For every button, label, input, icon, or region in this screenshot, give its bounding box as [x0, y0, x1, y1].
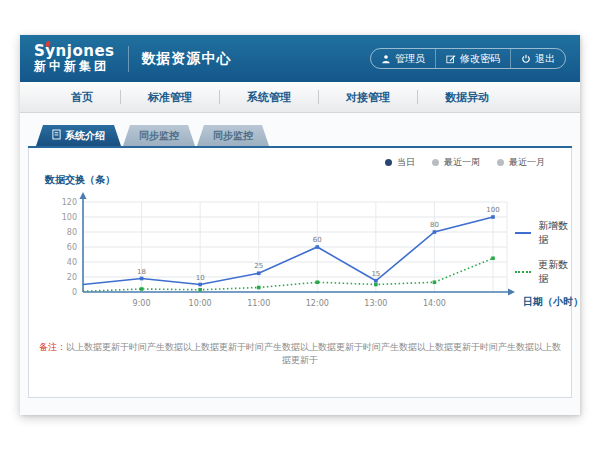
legend-line-swatch	[515, 232, 531, 234]
power-icon	[521, 54, 531, 64]
header-divider	[128, 46, 129, 72]
admin-user-label: 管理员	[395, 52, 425, 66]
edit-icon	[446, 54, 456, 64]
svg-text:25: 25	[254, 262, 263, 270]
y-axis-title: 数据交换（条）	[45, 173, 515, 187]
legend-new-data[interactable]: 新增数据	[515, 219, 571, 247]
main-nav: 首页 标准管理 系统管理 对接管理 数据异动	[20, 82, 580, 113]
svg-text:11:00: 11:00	[247, 299, 270, 308]
svg-text:15: 15	[371, 270, 380, 278]
admin-user-button[interactable]: 管理员	[371, 49, 436, 68]
radio-today-label: 当日	[397, 156, 415, 169]
user-icon	[381, 54, 391, 64]
radio-today[interactable]: 当日	[385, 156, 415, 169]
svg-text:20: 20	[67, 273, 77, 282]
radio-dot-icon	[432, 159, 439, 166]
tab-sync-monitor-1-label: 同步监控	[139, 129, 179, 143]
document-icon	[52, 129, 61, 142]
legend-line-swatch	[515, 271, 531, 273]
logo-company-text: 新中新集团	[34, 60, 115, 73]
company-logo: Synjones 新中新集团	[34, 44, 115, 72]
chart-area: 数据交换（条） 0204060801001209:0010:0011:0012:…	[29, 171, 571, 327]
plot-container: 数据交换（条） 0204060801001209:0010:0011:0012:…	[41, 171, 515, 327]
radio-dot-icon	[497, 159, 504, 166]
line-chart-svg: 0204060801001209:0010:0011:0012:0013:001…	[41, 189, 515, 323]
radio-last-week-label: 最近一周	[444, 156, 480, 169]
footnote: 备注：以上数据更新于时间产生数据以上数据更新于时间产生数据以上数据更新于时间产生…	[29, 341, 571, 366]
svg-text:12:00: 12:00	[306, 299, 329, 308]
page-title: 数据资源中心	[142, 50, 232, 68]
nav-item-interface-mgmt[interactable]: 对接管理	[319, 90, 417, 105]
nav-item-home[interactable]: 首页	[44, 90, 120, 105]
logout-label: 退出	[535, 52, 555, 66]
svg-text:120: 120	[62, 198, 77, 207]
change-password-label: 修改密码	[460, 52, 500, 66]
svg-text:60: 60	[313, 236, 322, 244]
chart-panel: 当日 最近一周 最近一月 数据交换（条） 0204060801001209:00…	[28, 148, 572, 398]
radio-last-month[interactable]: 最近一月	[497, 156, 545, 169]
user-actions-group: 管理员 修改密码 退出	[370, 48, 566, 69]
change-password-button[interactable]: 修改密码	[436, 49, 511, 68]
nav-item-data-change[interactable]: 数据异动	[418, 90, 516, 105]
footnote-text: 以上数据更新于时间产生数据以上数据更新于时间产生数据以上数据更新于时间产生数据以…	[66, 342, 561, 365]
svg-text:10:00: 10:00	[189, 299, 212, 308]
radio-last-week[interactable]: 最近一周	[432, 156, 480, 169]
tab-sync-monitor-2-label: 同步监控	[213, 129, 253, 143]
radio-dot-icon	[385, 159, 392, 166]
legend-update-data[interactable]: 更新数据	[515, 258, 571, 286]
svg-text:14:00: 14:00	[423, 299, 446, 308]
tab-system-intro[interactable]: 系统介绍	[36, 125, 121, 146]
content-area: 系统介绍 同步监控 同步监控 当日 最近一周	[20, 113, 580, 398]
svg-text:40: 40	[67, 258, 77, 267]
app-header: Synjones 新中新集团 数据资源中心 管理员 修改密码	[20, 35, 580, 82]
svg-text:0: 0	[72, 288, 77, 297]
tab-system-intro-label: 系统介绍	[65, 129, 105, 143]
nav-item-standard-mgmt[interactable]: 标准管理	[121, 90, 219, 105]
svg-text:80: 80	[67, 228, 77, 237]
logout-button[interactable]: 退出	[511, 49, 565, 68]
legend-new-data-label: 新增数据	[538, 219, 571, 247]
svg-text:80: 80	[430, 221, 439, 229]
x-axis-title: 日期（小时）	[523, 295, 583, 309]
svg-text:10: 10	[196, 274, 205, 282]
svg-text:13:00: 13:00	[364, 299, 387, 308]
svg-text:9:00: 9:00	[133, 299, 151, 308]
svg-text:100: 100	[62, 213, 77, 222]
tab-bar: 系统介绍 同步监控 同步监控	[36, 125, 572, 146]
svg-text:18: 18	[137, 268, 146, 276]
app-window: Synjones 新中新集团 数据资源中心 管理员 修改密码	[20, 35, 580, 415]
legend-update-data-label: 更新数据	[538, 258, 571, 286]
time-filter-group: 当日 最近一周 最近一月	[29, 148, 571, 169]
svg-text:100: 100	[486, 206, 499, 214]
svg-text:60: 60	[67, 243, 77, 252]
footnote-label: 备注：	[39, 342, 66, 352]
tab-sync-monitor-1[interactable]: 同步监控	[123, 125, 195, 146]
nav-item-system-mgmt[interactable]: 系统管理	[220, 90, 318, 105]
radio-last-month-label: 最近一月	[509, 156, 545, 169]
tab-sync-monitor-2[interactable]: 同步监控	[197, 125, 269, 146]
